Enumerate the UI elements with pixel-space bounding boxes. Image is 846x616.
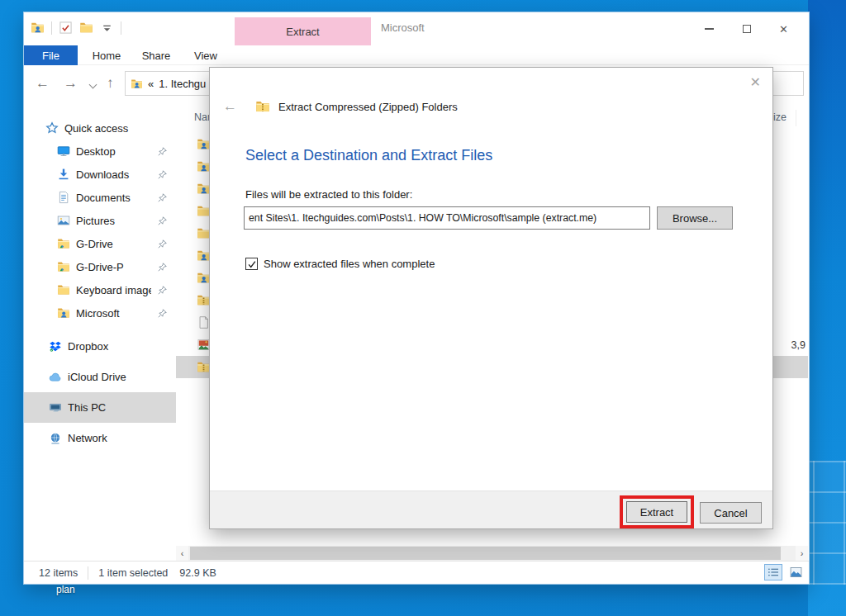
sidebar-item-label: Dropbox	[68, 340, 173, 353]
tab-file[interactable]: File	[24, 45, 78, 65]
pin-icon	[157, 285, 168, 296]
horizontal-scrollbar[interactable]: ‹ ›	[176, 546, 808, 561]
title-bar: Microsoft ✕	[24, 12, 809, 45]
toolbar-separator	[51, 21, 52, 35]
dialog-title: Extract Compressed (Zipped) Folders	[278, 101, 458, 113]
quick-access-toolbar	[31, 21, 121, 35]
window-controls: ✕	[691, 12, 802, 45]
window-title: Microsoft	[381, 21, 425, 34]
star-icon	[45, 121, 59, 135]
sidebar-item-network[interactable]: Network	[24, 423, 176, 453]
customize-toolbar-icon[interactable]	[100, 21, 114, 35]
sidebar-item-pictures[interactable]: Pictures	[24, 209, 176, 232]
selection-count: 1 item selected	[98, 567, 168, 579]
sidebar-item-label: Downloads	[76, 168, 151, 181]
sidebar-item-label: Network	[68, 432, 173, 444]
desktop-icon-label: plan	[56, 584, 75, 595]
dialog-close-icon[interactable]: ✕	[750, 74, 761, 90]
dialog-heading: Select a Destination and Extract Files	[245, 147, 492, 164]
pin-icon	[157, 146, 168, 157]
sidebar-item-label: Documents	[76, 192, 151, 204]
pin-icon	[157, 192, 168, 203]
sidebar-item-label: iCloud Drive	[68, 371, 173, 383]
sidebar-item-this-pc[interactable]: This PC	[24, 392, 176, 423]
show-extracted-checkbox[interactable]	[245, 258, 258, 270]
back-icon[interactable]: ←	[36, 75, 50, 92]
checkbox-icon[interactable]	[59, 21, 73, 35]
up-icon[interactable]: ↑	[107, 75, 114, 92]
tab-share[interactable]: Share	[135, 45, 177, 65]
documents-icon	[57, 191, 70, 204]
new-folder-icon[interactable]	[79, 21, 93, 35]
cloud-icon	[49, 371, 62, 384]
toolbar-separator	[121, 21, 121, 35]
navigation-pane: Quick accessDesktopDownloadsDocumentsPic…	[24, 102, 176, 546]
address-text[interactable]: 1. Itechgu	[159, 78, 206, 90]
sidebar-item-quick-access[interactable]: Quick access	[24, 116, 176, 140]
sidebar-item-label: Quick access	[64, 122, 173, 135]
dialog-back-icon[interactable]: ←	[223, 99, 237, 114]
sidebar-item-documents[interactable]: Documents	[24, 186, 176, 209]
pin-icon	[157, 308, 168, 319]
file-size-value: 3,9	[791, 339, 806, 351]
address-chevrons[interactable]: «	[148, 78, 154, 90]
sidebar-item-label: Desktop	[76, 145, 151, 158]
status-divider	[88, 566, 88, 580]
show-extracted-label[interactable]: Show extracted files when complete	[264, 258, 435, 270]
search-box[interactable]	[772, 71, 804, 96]
downloads-icon	[57, 168, 70, 181]
scrollbar-track[interactable]	[188, 546, 796, 561]
sidebar-item-downloads[interactable]: Downloads	[24, 163, 176, 186]
tab-view[interactable]: View	[185, 45, 226, 65]
sidebar-item-microsoft[interactable]: Microsoft	[24, 301, 176, 325]
folder-user-icon	[57, 306, 70, 320]
red-annotation-box: Extract	[620, 495, 694, 528]
sidebar-item-keyboard-image[interactable]: Keyboard image	[24, 278, 176, 301]
address-folder-icon	[131, 78, 143, 90]
sidebar-item-g-drive[interactable]: G-Drive	[24, 232, 176, 255]
destination-path-input[interactable]	[244, 206, 650, 230]
sidebar-item-icloud-drive[interactable]: iCloud Drive	[24, 362, 176, 392]
maximize-button[interactable]	[728, 17, 765, 41]
scroll-right-icon[interactable]: ›	[796, 548, 808, 558]
ribbon-tab-row: FileHomeShareView Compressed Folder Tool…	[24, 45, 809, 65]
pin-icon	[157, 239, 168, 249]
cancel-button[interactable]: Cancel	[700, 502, 762, 524]
sidebar-item-g-drive-p[interactable]: G-Drive-P	[24, 255, 176, 278]
folder-icon	[57, 283, 70, 296]
items-count: 12 items	[39, 567, 78, 579]
zip-folder-icon	[255, 99, 270, 114]
sidebar-item-label: Pictures	[76, 215, 151, 227]
sidebar-item-label: G-Drive	[76, 238, 151, 250]
extract-dialog: ✕ ← Extract Compressed (Zipped) Folders …	[209, 67, 773, 529]
selection-size: 92.9 KB	[179, 567, 216, 579]
details-view-button[interactable]	[764, 564, 782, 580]
pc-icon	[49, 401, 62, 415]
forward-icon[interactable]: →	[64, 75, 78, 92]
thumbnail-view-button[interactable]	[787, 564, 805, 580]
explorer-icon[interactable]	[31, 21, 45, 35]
desktop-icon	[57, 145, 70, 158]
dropbox-icon	[49, 340, 62, 353]
sidebar-item-label: Keyboard image	[76, 284, 151, 296]
sidebar-item-label: This PC	[68, 401, 173, 414]
tab-home[interactable]: Home	[86, 45, 127, 65]
column-separator	[796, 110, 796, 126]
sidebar-item-label: G-Drive-P	[76, 261, 151, 273]
scroll-left-icon[interactable]: ‹	[176, 548, 188, 558]
recent-locations-icon[interactable]	[89, 81, 97, 89]
contextual-tab-extract[interactable]: Extract	[235, 17, 371, 45]
pin-icon	[157, 262, 168, 272]
extract-button[interactable]: Extract	[626, 501, 687, 523]
scrollbar-thumb[interactable]	[190, 547, 781, 560]
pin-icon	[157, 169, 168, 180]
sidebar-item-label: Microsoft	[76, 307, 151, 320]
minimize-button[interactable]	[691, 17, 728, 41]
browse-button[interactable]: Browse...	[657, 206, 733, 230]
folder-gdrive-icon	[57, 260, 70, 273]
destination-label: Files will be extracted to this folder:	[245, 188, 412, 201]
sidebar-item-dropbox[interactable]: Dropbox	[24, 331, 176, 362]
close-button[interactable]: ✕	[765, 17, 802, 41]
sidebar-item-desktop[interactable]: Desktop	[24, 140, 176, 163]
network-icon	[49, 432, 62, 445]
